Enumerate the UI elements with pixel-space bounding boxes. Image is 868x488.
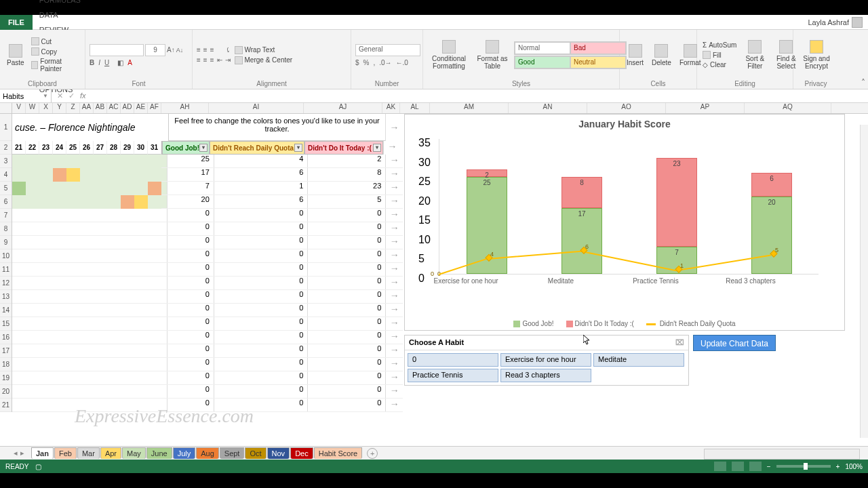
sheet-tab-aug[interactable]: Aug bbox=[196, 447, 219, 459]
slicer-item[interactable]: Practice Tennis bbox=[408, 369, 498, 382]
collapse-ribbon-icon[interactable]: ˄ bbox=[861, 78, 865, 87]
sheet-tab-habit score[interactable]: Habit Score bbox=[314, 447, 362, 459]
table-row[interactable]: 000→ bbox=[12, 222, 403, 236]
filter-icon[interactable]: ▾ bbox=[373, 144, 381, 152]
macro-record-icon[interactable]: ▢ bbox=[35, 463, 41, 470]
style-good[interactable]: Good bbox=[515, 56, 570, 68]
header-bad[interactable]: Didn't Do It Today :(▾ bbox=[304, 141, 383, 155]
sheet-tab-mar[interactable]: Mar bbox=[77, 447, 100, 459]
table-row[interactable]: 000→ bbox=[12, 344, 403, 358]
sheet-tab-apr[interactable]: Apr bbox=[100, 447, 121, 459]
format-as-table-button[interactable]: Format as Table bbox=[473, 39, 511, 71]
sort-filter-button[interactable]: Sort & Filter bbox=[741, 39, 769, 71]
orientation-button[interactable]: ⤹ bbox=[225, 46, 231, 54]
slicer-clear-icon[interactable]: ⌧ bbox=[675, 338, 684, 347]
fill-button[interactable]: Fill bbox=[701, 50, 738, 60]
row-headers[interactable]: 123456789101112131415161718192021 bbox=[0, 114, 12, 412]
tab-nav-prev-icon[interactable]: ◂ bbox=[14, 449, 18, 458]
tab-formulas[interactable]: FORMULAS bbox=[33, 0, 98, 7]
paste-button[interactable]: Paste bbox=[4, 43, 27, 68]
table-row[interactable]: 000→ bbox=[12, 331, 403, 344]
fx-icon[interactable]: fx bbox=[80, 92, 90, 100]
vertical-scrollbar[interactable] bbox=[860, 125, 868, 438]
slicer-item[interactable]: Meditate bbox=[593, 353, 684, 367]
header-quota[interactable]: Didn't Reach Daily Quota▾ bbox=[210, 141, 304, 155]
table-row[interactable]: 000→ bbox=[12, 371, 403, 385]
sign-encrypt-button[interactable]: Sign and Encrypt bbox=[797, 39, 835, 71]
align-center-button[interactable]: ≡ bbox=[203, 56, 208, 64]
table-row[interactable]: 000→ bbox=[12, 399, 403, 412]
new-sheet-button[interactable]: + bbox=[367, 448, 378, 459]
update-chart-button[interactable]: Update Chart Data bbox=[693, 335, 776, 351]
name-box[interactable]: Habits▼ bbox=[0, 89, 52, 102]
zoom-level[interactable]: 100% bbox=[845, 463, 863, 470]
sheet-tab-may[interactable]: May bbox=[122, 447, 146, 459]
percent-button[interactable]: % bbox=[363, 59, 370, 66]
tab-data[interactable]: DATA bbox=[33, 7, 98, 22]
dec-decimal-button[interactable]: ←.0 bbox=[396, 59, 408, 66]
delete-cells-button[interactable]: Delete bbox=[649, 43, 674, 68]
number-format-select[interactable]: General bbox=[355, 44, 420, 56]
table-row[interactable]: 7123→ bbox=[12, 182, 403, 195]
autosum-button[interactable]: ΣAutoSum bbox=[701, 41, 738, 49]
align-top-button[interactable]: ≡ bbox=[197, 46, 201, 54]
style-neutral[interactable]: Neutral bbox=[570, 56, 626, 68]
slicer-item[interactable]: 0 bbox=[408, 353, 498, 367]
fill-color-button[interactable]: ◧ bbox=[117, 59, 123, 66]
table-row[interactable]: 000→ bbox=[12, 385, 403, 399]
table-row[interactable]: 000→ bbox=[12, 317, 403, 331]
slicer-item[interactable]: Exercise for one hour bbox=[500, 353, 591, 367]
table-row[interactable]: 000→ bbox=[12, 304, 403, 317]
zoom-out-button[interactable]: − bbox=[767, 463, 771, 470]
zoom-slider[interactable] bbox=[776, 465, 831, 468]
table-row[interactable]: 000→ bbox=[12, 358, 403, 371]
bold-button[interactable]: B bbox=[90, 59, 94, 66]
sheet-tab-july[interactable]: July bbox=[173, 447, 196, 459]
table-row[interactable]: 2065→ bbox=[12, 195, 403, 209]
sheet-tab-nov[interactable]: Nov bbox=[267, 447, 290, 459]
align-left-button[interactable]: ≡ bbox=[197, 56, 201, 64]
filter-icon[interactable]: ▾ bbox=[294, 144, 302, 152]
table-row[interactable]: 000→ bbox=[12, 236, 403, 249]
sheet-tab-june[interactable]: June bbox=[146, 447, 172, 459]
font-color-button[interactable]: A bbox=[127, 59, 132, 66]
align-bottom-button[interactable]: ≡ bbox=[210, 46, 214, 54]
horizontal-scrollbar[interactable] bbox=[704, 449, 860, 460]
header-good[interactable]: Good Job!▾ bbox=[162, 141, 210, 155]
underline-button[interactable]: U bbox=[104, 59, 109, 66]
user-account[interactable]: Layla Ashraf bbox=[808, 17, 863, 28]
copy-button[interactable]: Copy bbox=[30, 47, 81, 56]
sheet-tab-oct[interactable]: Oct bbox=[245, 447, 266, 459]
indent-dec-button[interactable]: ⇤ bbox=[217, 56, 222, 64]
tab-file[interactable]: FILE bbox=[0, 15, 33, 30]
style-normal[interactable]: Normal bbox=[515, 42, 570, 54]
clear-button[interactable]: ◇Clear bbox=[701, 60, 738, 69]
cancel-formula-icon[interactable]: ✕ bbox=[57, 92, 63, 100]
sheet-tab-dec[interactable]: Dec bbox=[290, 447, 313, 459]
slicer-item[interactable]: Read 3 chapters bbox=[500, 369, 591, 382]
italic-button[interactable]: I bbox=[98, 59, 100, 66]
align-middle-button[interactable]: ≡ bbox=[203, 46, 208, 54]
table-row[interactable]: 000→ bbox=[12, 290, 403, 304]
sheet-tab-sept[interactable]: Sept bbox=[220, 447, 245, 459]
format-painter-button[interactable]: Format Painter bbox=[30, 57, 81, 73]
view-layout-button[interactable] bbox=[732, 462, 744, 471]
confirm-formula-icon[interactable]: ✓ bbox=[68, 92, 75, 100]
habit-slicer[interactable]: Choose A Habit⌧ 0Exercise for one hourMe… bbox=[404, 335, 689, 386]
indent-inc-button[interactable]: ⇥ bbox=[225, 56, 231, 64]
inc-decimal-button[interactable]: .0→ bbox=[379, 59, 391, 66]
table-row[interactable]: 000→ bbox=[12, 209, 403, 222]
habit-score-chart[interactable]: January Habit Score 05101520253035252178… bbox=[404, 114, 845, 331]
filter-icon[interactable]: ▾ bbox=[199, 144, 208, 152]
sheet-tab-jan[interactable]: Jan bbox=[31, 447, 54, 459]
sheet-tab-feb[interactable]: Feb bbox=[54, 447, 77, 459]
table-row[interactable]: 000→ bbox=[12, 277, 403, 290]
align-right-button[interactable]: ≡ bbox=[210, 56, 214, 64]
merge-center-button[interactable]: Merge & Center bbox=[233, 56, 294, 65]
view-break-button[interactable] bbox=[749, 462, 762, 471]
currency-button[interactable]: $ bbox=[355, 59, 359, 66]
style-bad[interactable]: Bad bbox=[570, 42, 626, 54]
tab-nav-next-icon[interactable]: ▸ bbox=[20, 449, 24, 458]
font-size-select[interactable]: 9 bbox=[145, 44, 165, 56]
table-row[interactable]: 000→ bbox=[12, 249, 403, 263]
